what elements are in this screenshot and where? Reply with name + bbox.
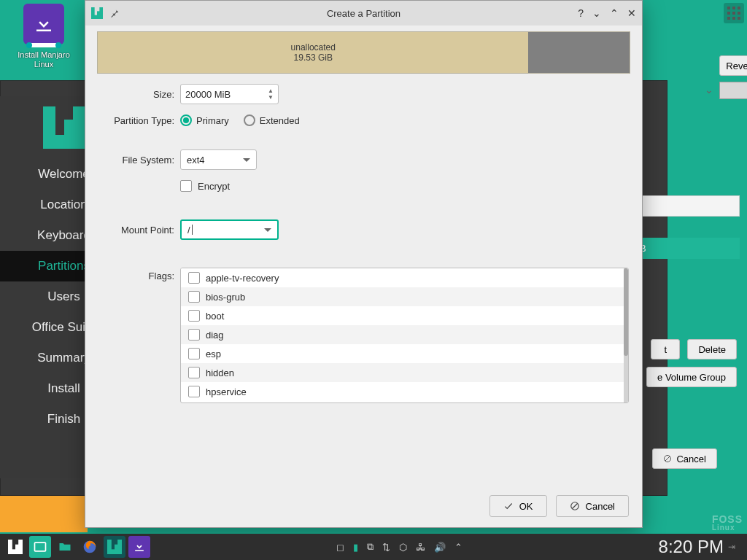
svg-rect-11 [12, 540, 15, 549]
task-view-icon[interactable] [29, 536, 51, 558]
edit-button-fragment[interactable]: t [651, 339, 680, 359]
radio-icon [180, 114, 192, 126]
svg-rect-16 [112, 540, 115, 549]
flag-item[interactable]: hidden [181, 363, 624, 382]
taskbar: ◻ ▮ ⧉ ⇅ ⬡ 🖧 🔊 ⌃ 8:20 PM ⇥ [0, 534, 747, 560]
volume-group-button[interactable]: e Volume Group [646, 367, 737, 387]
desktop: Install Manjaro Linux ⌄ ⌃ ✕ Welcome Loca… [0, 0, 747, 560]
dialog-title: Create a Partition [85, 8, 642, 19]
unallocated-segment: unallocated 19.53 GiB [98, 32, 528, 73]
flag-item[interactable]: esp [181, 344, 624, 363]
checkbox-icon [188, 329, 200, 341]
checkbox-icon [188, 348, 200, 359]
session-icon[interactable]: ⇥ [728, 542, 735, 552]
minimize-icon[interactable]: ⌄ [705, 84, 713, 96]
delete-button[interactable]: Delete [687, 339, 737, 359]
tray-usb-icon[interactable]: ⇅ [382, 542, 390, 553]
encrypt-checkbox[interactable]: Encrypt [180, 180, 230, 192]
tray-desktop-icon[interactable]: ◻ [336, 542, 344, 553]
ok-button[interactable]: OK [489, 495, 547, 517]
partition-preview-bar: unallocated 19.53 GiB [97, 31, 630, 74]
checkbox-icon [188, 310, 200, 322]
flags-listbox[interactable]: apple-tv-recovery bios-grub boot diag es… [180, 268, 629, 403]
taskbar-clock[interactable]: 8:20 PM ⇥ [651, 537, 743, 557]
checkbox-icon [188, 291, 200, 303]
revert-all-button[interactable]: Revert All Changes [719, 55, 747, 76]
radio-extended[interactable]: Extended [244, 114, 300, 126]
flag-item[interactable]: boot [181, 306, 624, 325]
check-icon [503, 501, 514, 511]
checkbox-icon [188, 367, 200, 378]
dialog-footer: OK Cancel [85, 485, 642, 527]
filesystem-combo[interactable]: ext4 [180, 149, 257, 170]
remaining-segment [528, 32, 630, 73]
start-menu-icon[interactable] [4, 536, 26, 558]
flags-label: Flags: [98, 268, 180, 281]
scrollbar[interactable] [624, 268, 628, 402]
flag-item[interactable]: diag [181, 325, 624, 344]
apps-grid-icon[interactable] [724, 3, 744, 23]
cancel-icon [663, 454, 672, 463]
file-manager-icon[interactable] [54, 536, 76, 558]
tray-clipboard-icon[interactable]: ▮ [353, 542, 358, 553]
svg-rect-17 [115, 540, 117, 545]
desktop-install-label: Install Manjaro Linux [13, 50, 74, 69]
flag-item[interactable]: hpservice [181, 382, 624, 401]
mountpoint-combo[interactable]: / [180, 219, 279, 240]
tray-display-icon[interactable]: ⧉ [367, 541, 374, 553]
tray-volume-icon[interactable]: 🔊 [434, 542, 446, 553]
cancel-button[interactable]: Cancel [556, 495, 629, 517]
running-installer-icon[interactable] [128, 536, 150, 558]
size-label: Size: [98, 89, 180, 100]
storage-device-bar [719, 82, 747, 99]
spin-buttons[interactable]: ▲▼ [265, 86, 276, 102]
svg-rect-13 [35, 542, 46, 551]
checkbox-icon [180, 180, 192, 192]
svg-line-9 [572, 504, 577, 509]
svg-line-4 [665, 456, 670, 461]
ptype-label: Partition Type: [98, 115, 180, 126]
flag-item[interactable]: bios-grub [181, 287, 624, 306]
create-partition-dialog: Create a Partition ? ⌄ ⌃ ✕ unallocated 1… [85, 0, 643, 528]
checkbox-icon [188, 272, 200, 284]
maximize-icon[interactable]: ⌃ [610, 7, 619, 19]
parent-cancel-button[interactable]: Cancel [652, 448, 716, 469]
cancel-icon [570, 501, 580, 511]
system-tray: ◻ ▮ ⧉ ⇅ ⬡ 🖧 🔊 ⌃ [336, 541, 462, 553]
tray-shield-icon[interactable]: ⬡ [399, 542, 407, 553]
download-icon [23, 4, 64, 44]
running-manjaro-icon[interactable] [104, 536, 125, 558]
foss-watermark: FOSSLinux [712, 515, 743, 531]
help-icon[interactable]: ? [578, 7, 584, 19]
tray-network-icon[interactable]: 🖧 [416, 542, 425, 553]
tray-chevron-icon[interactable]: ⌃ [454, 542, 462, 553]
radio-primary[interactable]: Primary [180, 114, 229, 126]
minimize-icon[interactable]: ⌄ [592, 7, 601, 19]
mount-label: Mount Point: [98, 225, 180, 236]
svg-rect-12 [15, 540, 18, 545]
radio-icon [244, 114, 255, 126]
fs-label: File System: [98, 155, 180, 166]
desktop-install-icon[interactable]: Install Manjaro Linux [13, 4, 74, 69]
checkbox-icon [188, 386, 200, 397]
flag-item[interactable]: apple-tv-recovery [181, 268, 624, 287]
firefox-icon[interactable] [79, 536, 101, 558]
dialog-titlebar[interactable]: Create a Partition ? ⌄ ⌃ ✕ [85, 1, 642, 26]
size-spinbox[interactable]: 20000 MiB ▲▼ [180, 84, 279, 104]
close-icon[interactable]: ✕ [627, 7, 636, 19]
